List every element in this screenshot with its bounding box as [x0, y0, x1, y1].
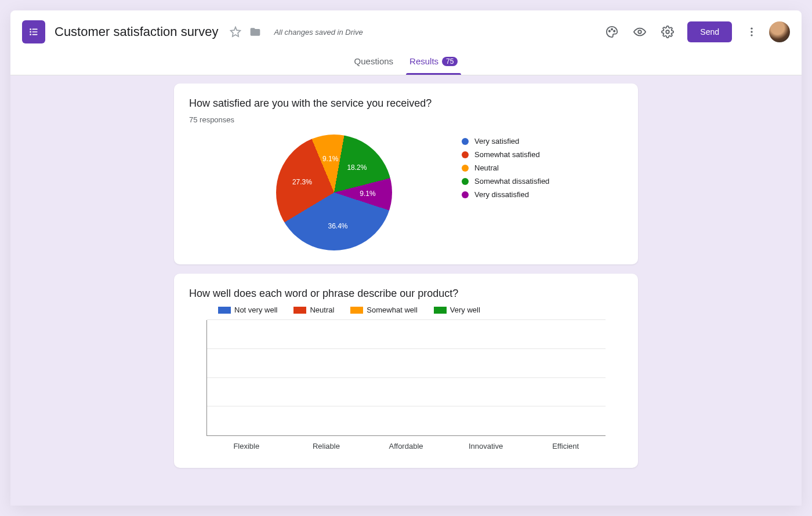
- svg-point-13: [751, 34, 752, 36]
- question-title: How satisfied are you with the service y…: [189, 97, 623, 110]
- legend-swatch-icon: [462, 138, 469, 145]
- bar-legend-item: Neutral: [293, 306, 334, 314]
- legend-label: Not very well: [234, 306, 277, 314]
- svg-point-10: [666, 30, 670, 34]
- svg-point-8: [614, 31, 615, 32]
- svg-rect-4: [30, 34, 31, 35]
- app-window: Customer satisfaction survey All changes…: [10, 10, 802, 506]
- responses-count-text: 75 responses: [189, 115, 623, 124]
- x-axis-label: Flexible: [212, 442, 281, 450]
- svg-rect-5: [32, 34, 38, 35]
- pie-legend: Very satisfiedSomewhat satisfiedNeutralS…: [462, 137, 549, 199]
- legend-swatch-icon: [462, 151, 469, 158]
- legend-item: Neutral: [462, 163, 549, 172]
- legend-swatch-icon: [462, 191, 469, 198]
- svg-point-7: [611, 28, 612, 30]
- results-count-badge: 75: [442, 57, 458, 66]
- legend-swatch-icon: [218, 307, 231, 314]
- send-button[interactable]: Send: [687, 21, 732, 42]
- header-bar: Customer satisfaction survey All changes…: [10, 10, 802, 48]
- preview-eye-icon[interactable]: [628, 20, 651, 43]
- more-menu-icon[interactable]: [740, 20, 763, 43]
- tab-questions[interactable]: Questions: [346, 48, 402, 75]
- settings-gear-icon[interactable]: [656, 20, 679, 43]
- legend-item: Somewhat satisfied: [462, 150, 549, 159]
- x-axis-label: Reliable: [291, 442, 361, 450]
- legend-label: Very dissatisfied: [474, 190, 529, 199]
- legend-label: Somewhat satisfied: [474, 150, 540, 159]
- legend-label: Neutral: [474, 163, 499, 172]
- response-card-bar: How well does each word or phrase descri…: [174, 274, 638, 468]
- x-axis-label: Innovative: [451, 442, 521, 450]
- legend-item: Somewhat dissatisfied: [462, 177, 549, 186]
- svg-point-12: [751, 31, 752, 32]
- svg-rect-0: [30, 28, 31, 30]
- legend-item: Very satisfied: [462, 137, 549, 146]
- bar-legend: Not very wellNeutralSomewhat wellVery we…: [206, 306, 606, 314]
- legend-label: Somewhat well: [367, 306, 417, 314]
- tab-results-label: Results: [409, 56, 438, 66]
- response-card-pie: How satisfied are you with the service y…: [174, 83, 638, 264]
- svg-point-6: [609, 31, 610, 32]
- legend-swatch-icon: [350, 307, 363, 314]
- x-axis-label: Efficient: [531, 442, 600, 450]
- svg-point-11: [751, 28, 752, 30]
- bar-legend-item: Very well: [434, 306, 480, 314]
- bar-legend-item: Not very well: [218, 306, 277, 314]
- legend-swatch-icon: [462, 178, 469, 185]
- bar-legend-item: Somewhat well: [350, 306, 417, 314]
- svg-point-9: [639, 30, 642, 34]
- pie-slice-label: 18.2%: [347, 163, 367, 172]
- legend-item: Very dissatisfied: [462, 190, 549, 199]
- pie-slice-label: 9.1%: [360, 190, 375, 198]
- account-avatar[interactable]: [769, 21, 790, 42]
- forms-logo-icon[interactable]: [22, 20, 45, 43]
- folder-icon[interactable]: [248, 25, 262, 39]
- legend-label: Very satisfied: [474, 137, 519, 146]
- legend-swatch-icon: [462, 165, 469, 172]
- svg-rect-1: [32, 29, 38, 30]
- bar-x-axis: FlexibleReliableAffordableInnovativeEffi…: [206, 442, 606, 450]
- star-icon[interactable]: [229, 25, 242, 39]
- pie-slice-label: 27.3%: [292, 178, 312, 186]
- legend-label: Somewhat dissatisfied: [474, 177, 549, 186]
- tab-results[interactable]: Results 75: [401, 48, 466, 75]
- legend-label: Neutral: [310, 306, 334, 314]
- pie-slice-label: 9.1%: [322, 155, 338, 163]
- document-title[interactable]: Customer satisfaction survey: [55, 24, 218, 39]
- tab-bar: Questions Results 75: [10, 48, 802, 75]
- svg-rect-2: [30, 31, 31, 33]
- legend-swatch-icon: [293, 307, 306, 314]
- save-status-text: All changes saved in Drive: [274, 28, 362, 37]
- bar-chart: [206, 320, 606, 436]
- theme-palette-icon[interactable]: [600, 20, 624, 43]
- pie-chart: 36.4%27.3%9.1%18.2%9.1%: [276, 135, 392, 250]
- results-body: How satisfied are you with the service y…: [10, 75, 802, 506]
- question-title: How well does each word or phrase descri…: [189, 288, 623, 300]
- pie-slice-label: 36.4%: [328, 222, 348, 230]
- legend-swatch-icon: [434, 307, 447, 314]
- svg-rect-3: [32, 31, 38, 32]
- x-axis-label: Affordable: [371, 442, 441, 450]
- legend-label: Very well: [450, 306, 480, 314]
